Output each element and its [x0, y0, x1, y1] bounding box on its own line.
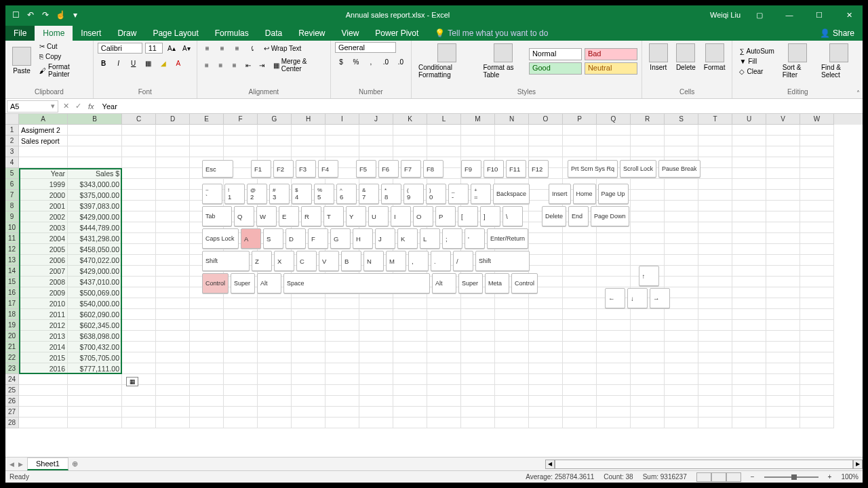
cell-B13[interactable]: $470,022.00 [68, 255, 122, 266]
cell-N3[interactable] [495, 146, 529, 157]
align-bottom-icon[interactable]: ≡ [231, 42, 243, 54]
key-h[interactable]: H [353, 228, 373, 249]
cell-W6[interactable] [800, 179, 834, 190]
cell-P20[interactable] [563, 331, 597, 342]
cell-O2[interactable] [529, 136, 563, 146]
comma-icon[interactable]: , [365, 56, 377, 68]
zoom-out-icon[interactable]: − [751, 473, 755, 481]
cell-F21[interactable] [224, 342, 258, 352]
cell-I3[interactable] [326, 146, 359, 157]
cell-T27[interactable] [698, 407, 732, 418]
cell-B1[interactable] [68, 125, 122, 136]
cell-C11[interactable] [122, 233, 156, 244]
cell-D13[interactable] [156, 255, 190, 266]
cell-U28[interactable] [732, 418, 766, 428]
clear-button[interactable]: ◇Clear [736, 67, 776, 76]
cell-F17[interactable] [224, 298, 258, 309]
cell-P2[interactable] [563, 136, 597, 146]
cell-V17[interactable] [766, 298, 800, 309]
key-\[interactable]: \ [502, 206, 523, 226]
cell-M22[interactable] [461, 352, 495, 363]
cell-C19[interactable] [122, 320, 156, 331]
col-header-F[interactable]: F [224, 114, 258, 125]
cell-T7[interactable] [698, 190, 732, 201]
cell-V20[interactable] [766, 331, 800, 342]
cell-B10[interactable]: $444,789.00 [68, 222, 122, 233]
cell-A2[interactable]: Sales report [19, 136, 68, 146]
cell-V21[interactable] [766, 342, 800, 352]
cell-I2[interactable] [326, 136, 359, 146]
cell-O17[interactable] [529, 298, 563, 309]
cell-L26[interactable] [427, 396, 461, 407]
cell-G27[interactable] [258, 407, 292, 418]
cell-D11[interactable] [156, 233, 190, 244]
key-z[interactable]: Z [252, 251, 272, 271]
key-m[interactable]: M [386, 251, 406, 271]
cell-H24[interactable] [292, 374, 326, 385]
cell-W2[interactable] [800, 136, 834, 146]
cell-T12[interactable] [698, 244, 732, 255]
cell-T2[interactable] [698, 136, 732, 146]
cell-V6[interactable] [766, 179, 800, 190]
cell-U12[interactable] [732, 244, 766, 255]
row-header-5[interactable]: 5 [5, 168, 19, 179]
key-pause-break[interactable]: Pause Break [658, 160, 701, 178]
cell-C3[interactable] [122, 146, 156, 157]
row-header-27[interactable]: 27 [5, 407, 19, 418]
cell-D7[interactable] [156, 190, 190, 201]
cell-R22[interactable] [631, 352, 665, 363]
cell-A9[interactable]: 2002 [19, 211, 68, 222]
cell-J18[interactable] [359, 309, 393, 320]
cell-V18[interactable] [766, 309, 800, 320]
cell-D8[interactable] [156, 201, 190, 211]
key-f4[interactable]: F4 [318, 160, 338, 178]
cell-T13[interactable] [698, 255, 732, 266]
cell-B11[interactable]: $431,298.00 [68, 233, 122, 244]
zoom-in-icon[interactable]: + [828, 473, 832, 481]
cell-N17[interactable] [495, 298, 529, 309]
accounting-icon[interactable]: $ [335, 56, 347, 68]
cell-I22[interactable] [326, 352, 359, 363]
cell-R21[interactable] [631, 342, 665, 352]
cell-B9[interactable]: $429,000.00 [68, 211, 122, 222]
save-icon[interactable]: ☐ [11, 10, 20, 20]
key-g[interactable]: G [330, 228, 351, 249]
key-l[interactable]: L [420, 228, 440, 249]
cell-V8[interactable] [766, 201, 800, 211]
cell-U8[interactable] [732, 201, 766, 211]
cell-W25[interactable] [800, 385, 834, 396]
cell-B15[interactable]: $437,010.00 [68, 277, 122, 287]
row-header-15[interactable]: 15 [5, 277, 19, 287]
cell-I18[interactable] [326, 309, 359, 320]
cell-T21[interactable] [698, 342, 732, 352]
cell-N27[interactable] [495, 407, 529, 418]
row-header-21[interactable]: 21 [5, 342, 19, 352]
key-d[interactable]: D [285, 228, 306, 249]
key-scroll-lock[interactable]: Scroll Lock [620, 160, 656, 178]
cell-C2[interactable] [122, 136, 156, 146]
row-header-14[interactable]: 14 [5, 266, 19, 277]
key-left[interactable]: ← [605, 288, 625, 308]
cell-I24[interactable] [326, 374, 359, 385]
cell-H2[interactable] [292, 136, 326, 146]
tab-formulas[interactable]: Formulas [207, 26, 257, 41]
cell-E18[interactable] [190, 309, 224, 320]
cell-H20[interactable] [292, 331, 326, 342]
col-header-V[interactable]: V [766, 114, 800, 125]
cell-P28[interactable] [563, 418, 597, 428]
cell-D2[interactable] [156, 136, 190, 146]
cell-S1[interactable] [665, 125, 698, 136]
cell-W27[interactable] [800, 407, 834, 418]
cell-K22[interactable] [393, 352, 427, 363]
cell-P22[interactable] [563, 352, 597, 363]
cell-A27[interactable] [19, 407, 68, 418]
cell-B18[interactable]: $602,090.00 [68, 309, 122, 320]
key-enter[interactable]: Enter/Return [487, 228, 528, 249]
grow-font-icon[interactable]: A▴ [165, 42, 178, 54]
cell-U17[interactable] [732, 298, 766, 309]
cell-T5[interactable] [698, 168, 732, 179]
autosum-button[interactable]: ∑AutoSum [736, 47, 776, 56]
cell-D18[interactable] [156, 309, 190, 320]
key-b[interactable]: B [341, 251, 361, 271]
cell-Q18[interactable] [597, 309, 631, 320]
